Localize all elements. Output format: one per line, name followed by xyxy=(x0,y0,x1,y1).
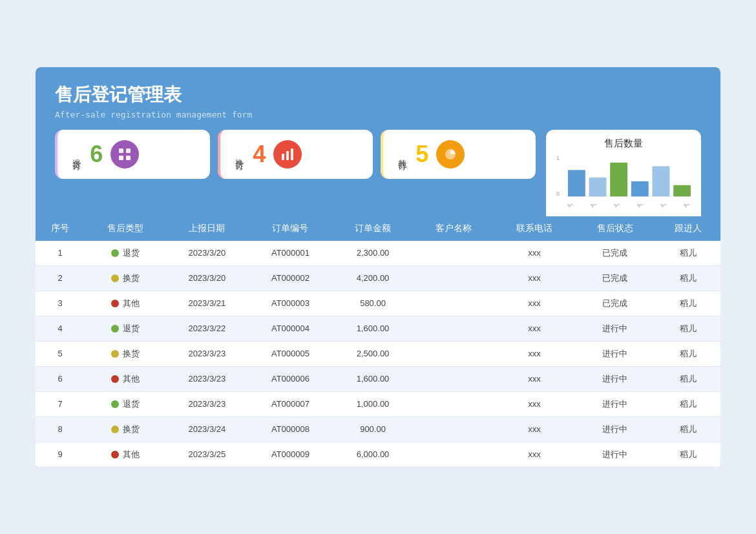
card-other-number: 5 xyxy=(415,141,428,168)
svg-rect-10 xyxy=(610,162,627,196)
cell-follower: 稻儿 xyxy=(655,241,720,266)
cell-follower: 稻儿 xyxy=(655,291,720,316)
col-type: 售后类型 xyxy=(85,216,165,241)
cell-follower: 稻儿 xyxy=(655,416,720,442)
cell-order-no: AT000002 xyxy=(248,265,332,291)
cell-type: 其他 xyxy=(85,442,165,467)
table-row: 4 退货 2023/3/22 AT000004 1,600.00 xxx 进行中… xyxy=(36,316,720,341)
cell-customer xyxy=(414,341,494,366)
cell-status: 进行中 xyxy=(574,316,655,341)
page-subtitle: After-sale registration management form xyxy=(55,110,701,119)
page-title: 售后登记管理表 xyxy=(55,83,701,107)
cell-type: 退货 xyxy=(85,241,165,266)
status-dot xyxy=(111,426,119,433)
cell-order-no: AT000008 xyxy=(248,416,332,442)
col-customer: 客户名称 xyxy=(414,216,494,241)
card-return-number: 6 xyxy=(90,141,103,168)
cell-phone: xxx xyxy=(494,416,574,442)
cell-order-no: AT000001 xyxy=(248,241,332,266)
cell-order-no: AT000009 xyxy=(248,442,332,467)
cell-phone: xxx xyxy=(494,366,574,391)
card-exchange: 换货订 4 xyxy=(218,130,373,179)
cell-order-no: AT000004 xyxy=(248,316,332,341)
svg-rect-2 xyxy=(119,156,123,160)
card-other: 其他订 5 xyxy=(381,130,536,179)
cell-status: 进行中 xyxy=(574,366,655,391)
header: 售后登记管理表 After-sale registration manageme… xyxy=(36,67,720,216)
card-other-label: 其他订 xyxy=(396,152,408,156)
status-dot xyxy=(111,400,119,408)
cell-seq: 1 xyxy=(36,241,85,266)
cell-follower: 稻儿 xyxy=(655,316,720,341)
cell-seq: 5 xyxy=(36,341,85,366)
status-dot xyxy=(111,375,119,383)
cell-seq: 2 xyxy=(36,265,85,291)
type-label: 其他 xyxy=(123,449,140,460)
status-dot xyxy=(111,451,119,458)
cell-amount: 6,000.00 xyxy=(333,442,414,467)
x-label-2: $45,545 xyxy=(590,204,606,208)
cell-seq: 9 xyxy=(36,442,85,467)
card-exchange-label: 换货订 xyxy=(233,152,245,156)
cell-follower: 稻儿 xyxy=(655,442,720,467)
cell-seq: 3 xyxy=(36,291,85,316)
cell-phone: xxx xyxy=(494,316,574,341)
svg-rect-3 xyxy=(126,156,131,160)
cell-status: 进行中 xyxy=(574,442,655,467)
cell-type: 其他 xyxy=(85,291,165,316)
cell-seq: 7 xyxy=(36,391,85,416)
cell-status: 已完成 xyxy=(574,291,655,316)
cell-type: 其他 xyxy=(85,366,165,391)
cell-status: 进行中 xyxy=(574,391,655,416)
type-label: 退货 xyxy=(123,398,140,410)
data-table: 序号 售后类型 上报日期 订单编号 订单金额 客户名称 联系电话 售后状态 跟进… xyxy=(36,216,720,467)
chart-svg xyxy=(567,155,691,200)
table-row: 7 退货 2023/3/23 AT000007 1,000.00 xxx 进行中… xyxy=(36,391,720,416)
cell-date: 2023/3/21 xyxy=(165,291,248,316)
status-dot xyxy=(111,325,119,333)
x-label-6: $45 xyxy=(683,204,691,208)
x-label-1: $45,544 xyxy=(567,204,583,208)
cell-date: 2023/3/23 xyxy=(165,341,248,366)
main-container: 售后登记管理表 After-sale registration manageme… xyxy=(36,67,720,467)
svg-rect-6 xyxy=(291,149,293,160)
card-exchange-number: 4 xyxy=(253,141,266,168)
svg-rect-5 xyxy=(286,151,289,160)
table-section: 序号 售后类型 上报日期 订单编号 订单金额 客户名称 联系电话 售后状态 跟进… xyxy=(36,216,720,467)
cell-amount: 2,500.00 xyxy=(333,341,414,366)
status-dot xyxy=(111,350,119,358)
header-content: 退货订 6 换货订 4 xyxy=(55,130,701,216)
cell-date: 2023/3/20 xyxy=(165,241,248,266)
cell-phone: xxx xyxy=(494,291,574,316)
cell-type: 换货 xyxy=(85,341,165,366)
cell-seq: 8 xyxy=(36,416,85,442)
cell-amount: 1,600.00 xyxy=(333,366,414,391)
type-label: 换货 xyxy=(123,348,140,360)
type-label: 退货 xyxy=(123,323,140,334)
cell-amount: 900.00 xyxy=(333,416,414,442)
cell-order-no: AT000003 xyxy=(248,291,332,316)
cell-customer xyxy=(414,391,494,416)
cell-status: 已完成 xyxy=(574,241,655,266)
table-row: 5 换货 2023/3/23 AT000005 2,500.00 xxx 进行中… xyxy=(36,341,720,366)
bar-chart-2-icon xyxy=(273,140,302,169)
cell-order-no: AT000006 xyxy=(248,366,332,391)
chart-area: 售后数量 1 0 xyxy=(546,130,701,216)
type-label: 其他 xyxy=(123,373,140,385)
col-seq: 序号 xyxy=(36,216,85,241)
status-dot xyxy=(111,274,119,282)
cell-phone: xxx xyxy=(494,391,574,416)
cell-customer xyxy=(414,241,494,266)
cell-type: 退货 xyxy=(85,316,165,341)
cell-customer xyxy=(414,366,494,391)
cell-amount: 1,000.00 xyxy=(333,391,414,416)
status-dot xyxy=(111,300,119,307)
type-label: 退货 xyxy=(123,247,140,259)
svg-rect-9 xyxy=(589,178,607,196)
pie-chart-icon xyxy=(436,140,465,169)
grid-icon xyxy=(110,140,139,169)
table-row: 1 退货 2023/3/20 AT000001 2,300.00 xxx 已完成… xyxy=(36,241,720,266)
cell-order-no: AT000007 xyxy=(248,391,332,416)
cell-phone: xxx xyxy=(494,241,574,266)
cell-phone: xxx xyxy=(494,442,574,467)
